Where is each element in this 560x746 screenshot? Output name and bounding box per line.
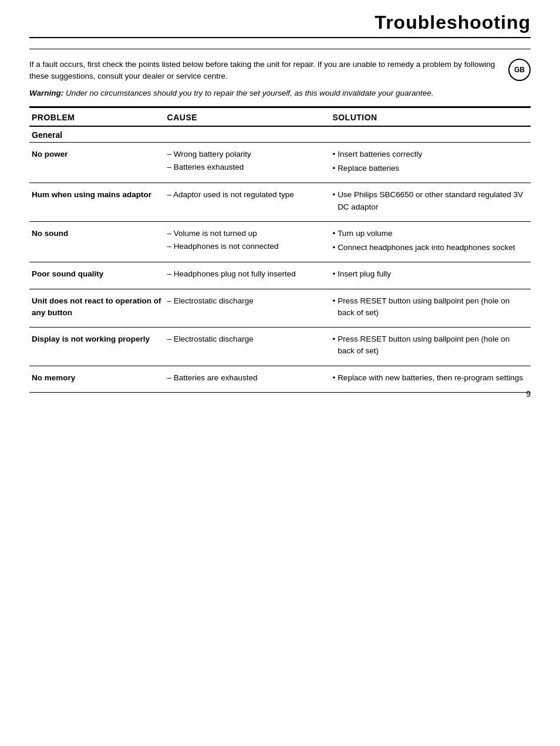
section-general-label: General — [29, 126, 531, 143]
solution-cell: Replace with new batteries, then re-prog… — [330, 366, 531, 392]
cause-cell: – Adaptor used is not regulated type — [165, 183, 330, 222]
solution-item: Replace with new batteries, then re-prog… — [332, 372, 528, 384]
table-row: No power– Wrong battery polarity– Batter… — [29, 142, 531, 183]
header-solution: SOLUTION — [330, 107, 531, 126]
solution-cell: Press RESET button using ballpoint pen (… — [330, 289, 531, 328]
page-number: 9 — [526, 389, 531, 399]
table-row: No memory– Batteries are exhaustedReplac… — [29, 366, 531, 392]
cause-line: – Electrostatic discharge — [167, 333, 328, 345]
problem-cell: Hum when using mains adaptor — [29, 183, 165, 222]
cause-line: – Batteries are exhausted — [167, 372, 328, 384]
warning-body: Under no circumstances should you try to… — [63, 89, 433, 97]
problem-cell: Display is not working properly — [29, 328, 165, 366]
cause-cell: – Headphones plug not fully inserted — [165, 262, 330, 289]
solution-cell: Insert batteries correctlyReplace batter… — [330, 142, 531, 183]
gb-badge: GB — [508, 59, 531, 81]
troubleshooting-table: PROBLEM CAUSE SOLUTION GeneralNo power– … — [29, 107, 531, 393]
solution-item: Replace batteries — [332, 163, 528, 174]
table-row: Display is not working properly– Electro… — [29, 328, 531, 366]
solution-item: Insert batteries correctly — [332, 148, 528, 160]
warning-label: Warning: — [29, 89, 63, 97]
problem-cell: No memory — [29, 366, 165, 392]
cause-cell: – Volume is not turned up– Headphones is… — [165, 221, 330, 262]
solution-item: Press RESET button using ballpoint pen (… — [332, 333, 528, 357]
problem-cell: Poor sound quality — [29, 262, 165, 289]
table-row: Unit does not react to operation of any … — [29, 289, 531, 328]
problem-cell: No power — [29, 142, 165, 183]
solution-item: Turn up volume — [332, 228, 528, 239]
cause-cell: – Electrostatic discharge — [165, 328, 330, 366]
header-problem: PROBLEM — [29, 107, 165, 126]
table-header-row: PROBLEM CAUSE SOLUTION — [29, 107, 531, 126]
cause-line: – Wrong battery polarity — [167, 148, 328, 160]
cause-line: – Electrostatic discharge — [167, 295, 328, 307]
cause-cell: – Wrong battery polarity– Batteries exha… — [165, 142, 330, 183]
intro-section: If a fault occurs, first check the point… — [29, 49, 531, 107]
intro-warning: Warning: Under no circumstances should y… — [29, 87, 495, 99]
page-title: Troubleshooting — [375, 12, 531, 33]
problem-cell: Unit does not react to operation of any … — [29, 289, 165, 328]
solution-item: Press RESET button using ballpoint pen (… — [332, 295, 528, 319]
solution-item: Insert plug fully — [332, 268, 528, 280]
cause-cell: – Electrostatic discharge — [165, 289, 330, 328]
cause-cell: – Batteries are exhausted — [165, 366, 330, 392]
solution-cell: Turn up volumeConnect headphones jack in… — [330, 221, 531, 262]
solution-cell: Insert plug fully — [330, 262, 531, 289]
cause-line: – Volume is not turned up — [167, 228, 328, 239]
intro-text: If a fault occurs, first check the point… — [29, 59, 495, 83]
cause-line: – Headphones is not connected — [167, 241, 328, 252]
cause-line: – Batteries exhausted — [167, 161, 328, 173]
cause-line: – Adaptor used is not regulated type — [167, 189, 328, 201]
solution-item: Connect headphones jack into headphones … — [332, 242, 528, 254]
table-row: No sound– Volume is not turned up– Headp… — [29, 221, 531, 262]
solution-cell: Press RESET button using ballpoint pen (… — [330, 328, 531, 366]
section-general: General — [29, 126, 531, 143]
header-cause: CAUSE — [165, 107, 330, 126]
table-row: Hum when using mains adaptor– Adaptor us… — [29, 183, 531, 222]
table-row: Poor sound quality– Headphones plug not … — [29, 262, 531, 289]
problem-cell: No sound — [29, 221, 165, 262]
solution-cell: Use Philips SBC6650 or other standard re… — [330, 183, 531, 222]
cause-line: – Headphones plug not fully inserted — [167, 268, 328, 280]
solution-item: Use Philips SBC6650 or other standard re… — [332, 189, 528, 213]
